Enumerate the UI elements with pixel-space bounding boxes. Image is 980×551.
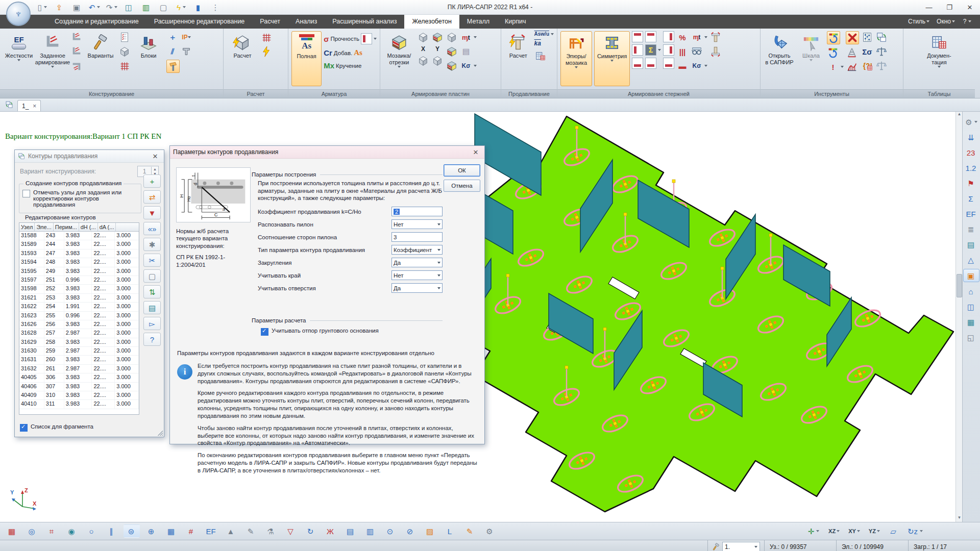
variant-grid-icon[interactable] (118, 60, 131, 72)
diagrams-mosaic-button[interactable]: Эпюры/ мозаика (560, 31, 592, 86)
question-table-icon[interactable] (861, 60, 873, 72)
save-view-icon[interactable]: ▣ (963, 269, 979, 282)
ka-icon[interactable]: ka (534, 40, 554, 47)
balance2-icon[interactable] (875, 60, 888, 72)
app-logo[interactable]: ♆ (6, 2, 31, 26)
corner-right-top-icon[interactable] (663, 31, 674, 42)
zoom-window-icon[interactable]: ⊙ (382, 524, 399, 538)
parameter-control[interactable]: Нет (391, 219, 443, 229)
table-row[interactable]: 31632261 2.98722.... 3.000 (19, 365, 139, 373)
style-menu[interactable]: Стиль (905, 15, 931, 28)
ribbon-tab[interactable]: Создание и редактирование (47, 15, 146, 29)
table-row[interactable]: 31594248 3.98322.... 3.000 (19, 258, 139, 267)
column-base-icon[interactable] (709, 45, 722, 58)
variant-cube-icon[interactable] (118, 45, 131, 58)
contours-table[interactable]: УзелЭле...Перим...dH (...dA (... 3158824… (19, 222, 139, 415)
undo-icon[interactable]: ↶ (87, 1, 102, 13)
results-chart-icon[interactable]: ▮ (191, 1, 206, 13)
dialog-title-bar[interactable]: Параметры контуров продавливания ✕ (170, 146, 484, 159)
rebar-mid-icon[interactable] (70, 45, 83, 58)
table-row[interactable]: 31623255 0.99622.... 3.000 (19, 312, 139, 320)
parameter-control[interactable]: Коэффициент (391, 245, 443, 255)
cube-shear-icon[interactable] (446, 31, 458, 43)
measure-icon[interactable]: ! (827, 61, 839, 73)
fragment-list-checkbox[interactable] (20, 424, 28, 432)
table-row[interactable]: 31589244 3.98322.... 3.000 (19, 240, 139, 249)
table-row[interactable]: 31628257 2.98722.... 3.000 (19, 329, 139, 338)
crack-width-icon[interactable]: ᶆt (691, 31, 703, 43)
pick-filter-icon[interactable]: ▻ (143, 317, 161, 330)
percent-icon[interactable]: % (676, 31, 689, 43)
view-settings-icon[interactable]: ⚙ (482, 524, 498, 538)
documentation-button[interactable]: Докумен- тация (923, 31, 955, 86)
view-yz-button[interactable]: YZ (866, 524, 882, 538)
draw-icon[interactable]: ✎ (243, 524, 259, 538)
cut-contour-icon[interactable]: ✂ (143, 254, 161, 267)
prev-next-icon[interactable]: «» (143, 222, 161, 235)
rebar-marks-icon[interactable]: Ж (323, 524, 339, 538)
fire-as-icon[interactable]: As (354, 48, 362, 57)
rails-icon[interactable] (846, 46, 858, 59)
refresh-small-icon[interactable] (827, 46, 839, 59)
rotate-z-icon[interactable]: ↻z (905, 524, 925, 538)
crack-t-icon[interactable]: ᶆt (460, 31, 472, 43)
edit-model-icon[interactable]: ✎ (462, 524, 478, 538)
ribbon-tab[interactable]: Расчет (252, 15, 288, 29)
parameter-control[interactable]: Да (391, 258, 443, 267)
frame-display-icon[interactable]: ◱ (964, 331, 979, 343)
decimals-icon[interactable]: 1.2 (964, 162, 979, 174)
diagram-icon[interactable] (846, 61, 858, 73)
parameter-control[interactable]: Да (391, 283, 443, 293)
palette-icon[interactable]: ▤ (143, 301, 161, 314)
table-row[interactable]: 40409310 3.98322.... 3.000 (19, 391, 139, 400)
parameter-control[interactable]: Нет (391, 270, 443, 280)
table-row[interactable]: 31622254 1.99122.... 3.000 (19, 303, 139, 311)
calc-frame-icon[interactable] (260, 31, 273, 43)
full-reinforcement-button[interactable]: As Полная (291, 31, 322, 86)
variant-combo[interactable]: 1. (722, 542, 760, 551)
table-row[interactable]: 40410311 3.98322.... 3.000 (19, 400, 139, 409)
ksigma-bars-icon[interactable]: Kσ (691, 60, 703, 72)
results-down-icon[interactable]: ⇊ (964, 131, 979, 143)
rebar-bottom-icon[interactable] (70, 60, 83, 72)
grid-icon[interactable]: # (183, 524, 200, 538)
minimize-button[interactable]: — (919, 1, 939, 14)
stiffness-display-icon[interactable]: EF (964, 208, 979, 220)
strength-icon[interactable] (361, 33, 372, 44)
open-file-icon[interactable]: ⇪ (52, 1, 67, 13)
table-row[interactable]: 31631260 3.98322.... 3.000 (19, 356, 139, 364)
save-icon[interactable]: ▣ (69, 1, 85, 13)
help-icon[interactable]: ? (143, 333, 161, 346)
mosaic-segments-button[interactable]: Мозаика/ отрезки (383, 31, 415, 86)
doc-page-icon[interactable] (3, 98, 15, 111)
dialog-title-bar[interactable]: Контуры продавливания ✕ (15, 150, 164, 163)
rotate-model-icon[interactable]: ↻ (303, 524, 319, 538)
refresh-results-icon[interactable] (827, 31, 840, 44)
copy-contour-icon[interactable]: ▢ (143, 269, 161, 283)
symmetry-button[interactable]: Симметрия (594, 31, 630, 86)
projection-icon[interactable]: ◫ (964, 300, 979, 313)
show-book-icon[interactable]: ▥ (139, 1, 154, 13)
side-top-icon[interactable] (645, 31, 656, 42)
corner-left-icon[interactable] (632, 44, 643, 56)
circle-select-icon[interactable]: ○ (84, 524, 100, 538)
close-icon[interactable]: ✕ (150, 152, 161, 161)
ok-button[interactable]: ОК (444, 164, 480, 177)
close-icon[interactable]: ✕ (470, 147, 481, 157)
cube-striped2-icon[interactable] (446, 60, 458, 72)
isometric-view-icon[interactable]: ⊜ (124, 524, 140, 538)
stiffness-filter-icon[interactable]: EF (203, 524, 219, 538)
vertical-scrollbar[interactable]: ▲▼ (955, 112, 963, 522)
mesh-display-icon[interactable]: ▦ (964, 316, 979, 328)
cube-y-bottom-icon[interactable] (431, 55, 444, 67)
view-xz-button[interactable]: XZ (825, 524, 842, 538)
parameter-control[interactable]: 3 (391, 232, 443, 242)
model-3d-view[interactable] (398, 112, 980, 522)
aswu-icon[interactable]: Asw/u (534, 31, 549, 37)
calc-button[interactable]: Расчет (227, 31, 258, 86)
filter-icon[interactable]: ▼ (143, 206, 161, 219)
more-commands-icon[interactable]: ⋮ (208, 1, 224, 13)
test-model-icon[interactable]: ⚗ (263, 524, 279, 538)
cube-x-top-icon[interactable] (417, 31, 429, 43)
beams-icon[interactable]: ⫽ (166, 45, 179, 58)
